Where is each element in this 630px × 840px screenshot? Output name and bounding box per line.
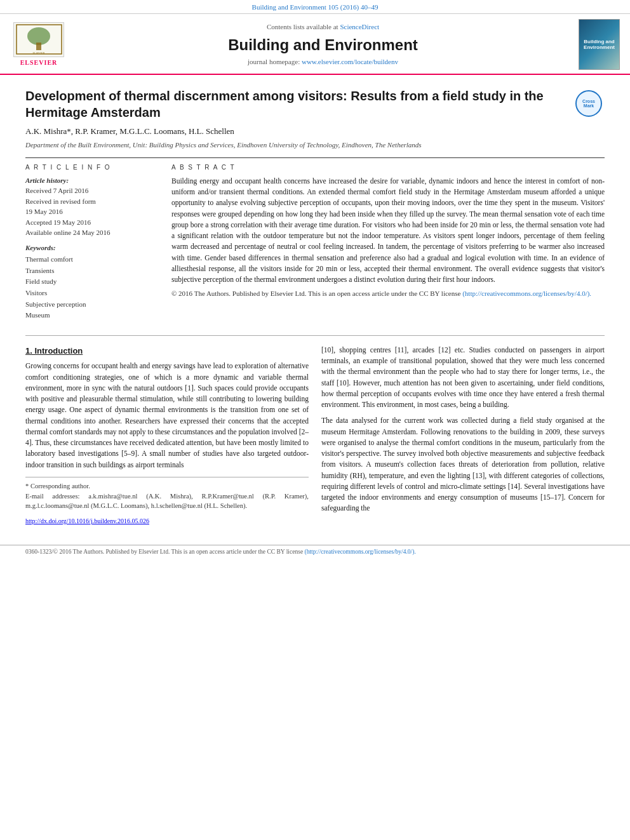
abstract-heading: A B S T R A C T <box>171 163 605 172</box>
doi-line: http://dx.doi.org/10.1016/j.buildenv.201… <box>25 516 309 526</box>
article-info-abstract: A R T I C L E I N F O Article history: R… <box>25 163 605 326</box>
header-area: ELSEVIER ELSEVIER Contents lists availab… <box>0 14 630 75</box>
keywords-section: Keywords: Thermal comfort Transients Fie… <box>25 243 159 321</box>
article-info-section: A R T I C L E I N F O Article history: R… <box>25 163 159 326</box>
abstract-body-divider <box>25 335 605 336</box>
sciencedirect-link[interactable]: ScienceDirect <box>340 23 379 30</box>
keywords-list: Thermal comfort Transients Field study V… <box>25 254 159 321</box>
article-info-heading: A R T I C L E I N F O <box>25 163 159 172</box>
homepage-url[interactable]: www.elsevier.com/locate/buildenv <box>302 58 398 65</box>
journal-thumbnail: Building and Environment <box>579 19 620 70</box>
abstract-section: A B S T R A C T Building energy and occu… <box>171 163 605 326</box>
journal-homepage-line: journal homepage: www.elsevier.com/locat… <box>74 57 572 67</box>
crossmark-icon: CrossMark <box>575 90 602 117</box>
intro-para-1: Growing concerns for occupant health and… <box>25 361 309 470</box>
open-access-notice: © 2016 The Authors. Published by Elsevie… <box>171 289 605 298</box>
header-center: Contents lists available at ScienceDirec… <box>74 22 572 67</box>
email-addresses: E-mail addresses: a.k.mishra@tue.nl (A.K… <box>25 491 309 512</box>
title-divider <box>25 157 605 158</box>
corresponding-author: * Corresponding author. <box>25 481 309 491</box>
keywords-label: Keywords: <box>25 243 159 253</box>
intro-heading: 1. Introduction <box>25 345 309 357</box>
elsevier-brand-text: ELSEVIER <box>20 58 58 67</box>
journal-title: Building and Environment <box>74 34 572 56</box>
bottom-cc-link[interactable]: (http://creativecommons.org/licenses/by/… <box>304 549 415 555</box>
intro-para-3: The data analysed for the current work w… <box>321 415 605 514</box>
crossmark-badge: CrossMark <box>573 88 605 119</box>
article-history: Article history: Received 7 April 2016 R… <box>25 176 159 238</box>
abstract-text: Building energy and occupant health conc… <box>171 176 605 286</box>
top-bar: Building and Environment 105 (2016) 40–4… <box>0 0 630 14</box>
history-label: Article history: <box>25 176 159 185</box>
intro-para-2: [10], shopping centres [11], arcades [12… <box>321 345 605 411</box>
bottom-bar: 0360-1323/© 2016 The Authors. Published … <box>0 545 630 559</box>
crossmark-label: CrossMark <box>582 99 595 109</box>
body-content: 1. Introduction Growing concerns for occ… <box>25 345 605 526</box>
elsevier-logo-image: ELSEVIER <box>13 22 64 57</box>
authors-line: A.K. Mishra*, R.P. Kramer, M.G.L.C. Loom… <box>25 126 605 137</box>
elsevier-logo: ELSEVIER ELSEVIER <box>10 22 67 67</box>
svg-rect-2 <box>36 43 41 50</box>
article-title: Development of thermal discernment among… <box>25 88 605 121</box>
doi-url[interactable]: http://dx.doi.org/10.1016/j.buildenv.201… <box>25 517 149 524</box>
received-date: Received 7 April 2016 Received in revise… <box>25 185 159 238</box>
affiliation-line: Department of the Built Environment, Uni… <box>25 140 605 150</box>
svg-text:ELSEVIER: ELSEVIER <box>32 51 44 55</box>
left-column: 1. Introduction Growing concerns for occ… <box>25 345 309 526</box>
sciencedirect-line: Contents lists available at ScienceDirec… <box>74 22 572 32</box>
journal-reference: Building and Environment 105 (2016) 40–4… <box>252 3 379 11</box>
cc-by-link[interactable]: (http://creativecommons.org/licenses/by/… <box>462 290 591 297</box>
right-column: [10], shopping centres [11], arcades [12… <box>321 345 605 526</box>
footnote-area: * Corresponding author. E-mail addresses… <box>25 477 309 511</box>
svg-point-1 <box>27 27 50 45</box>
